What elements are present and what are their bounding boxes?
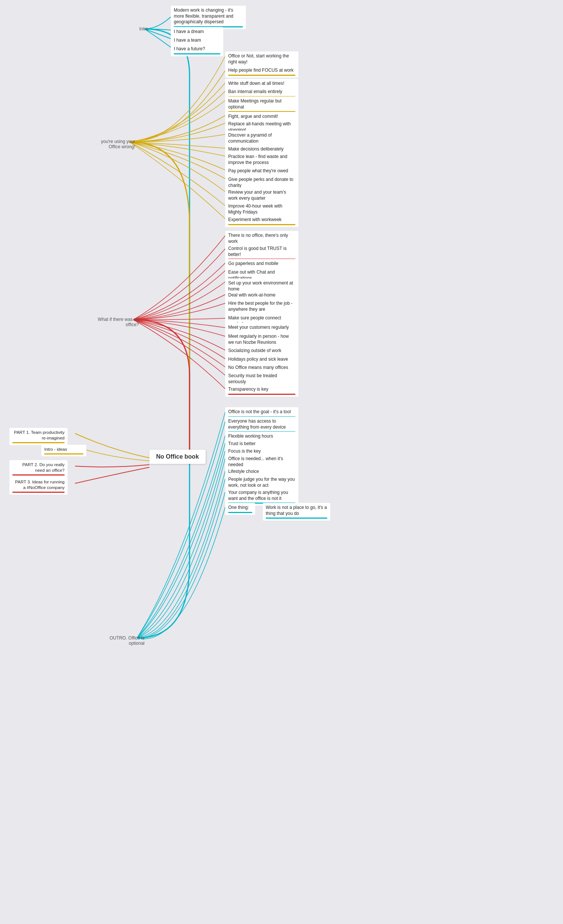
no-node-15: Transparency is key (225, 385, 298, 397)
left-part1: PART 1. Team productivity re-imagined (9, 428, 68, 445)
intro-node-4: I have a future? (171, 44, 223, 56)
branch-no-office-label: What if there was no office? (96, 317, 139, 327)
left-intro-ideas: Intro - ideas (41, 445, 86, 456)
center-node: No Office book (149, 450, 206, 464)
center-label: No Office book (156, 453, 199, 460)
branch-intro-label: Intro (126, 26, 148, 32)
ow-node-2: Help people find FOCUS at work (225, 66, 298, 78)
ow-node-15: Experiment with workweek (225, 215, 298, 227)
branch-outro-label: OUTRO. Office is optional (101, 635, 145, 646)
left-part3: PART 3. Ideas for running a #NoOffice co… (9, 477, 68, 495)
out-node-10b: Work is not a place to go, it's a thing … (263, 503, 330, 521)
left-part2: PART 2. Do you really need an office? (9, 460, 68, 477)
intro-node-1: Modern work is changing - it's more flex… (171, 6, 246, 29)
mind-map: No Office book PART 1. Team productivity… (0, 0, 563, 924)
branch-office-wrong-label: you're using your Office wrong! (94, 139, 135, 149)
out-node-10: One thing: (225, 503, 255, 515)
